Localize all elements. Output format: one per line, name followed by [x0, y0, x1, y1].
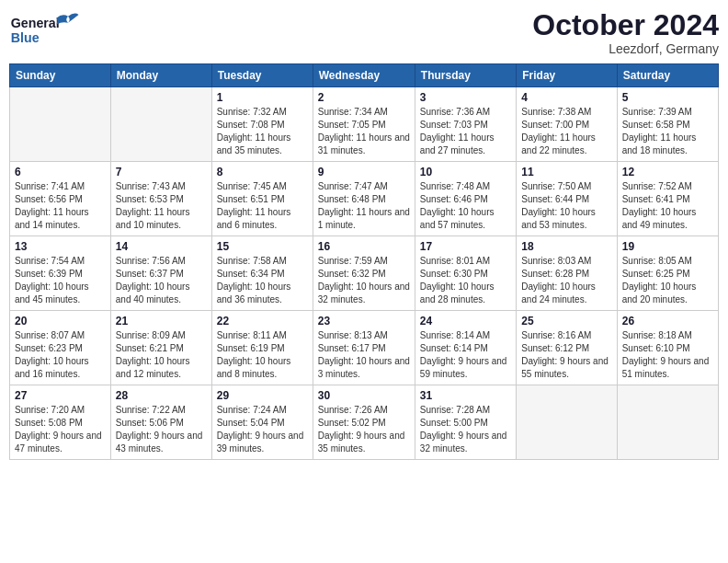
cell-4-4: 31Sunrise: 7:28 AM Sunset: 5:00 PM Dayli… [415, 385, 516, 460]
day-detail-31: Sunrise: 7:28 AM Sunset: 5:00 PM Dayligh… [420, 404, 511, 455]
cell-3-5: 25Sunrise: 8:16 AM Sunset: 6:12 PM Dayli… [517, 311, 617, 385]
day-num-31: 31 [420, 389, 511, 402]
cell-4-2: 29Sunrise: 7:24 AM Sunset: 5:04 PM Dayli… [211, 385, 313, 460]
day-detail-16: Sunrise: 7:59 AM Sunset: 6:32 PM Dayligh… [318, 255, 410, 306]
cell-2-5: 18Sunrise: 8:03 AM Sunset: 6:28 PM Dayli… [517, 236, 617, 311]
svg-text:Blue: Blue [11, 30, 40, 45]
cell-1-5: 11Sunrise: 7:50 AM Sunset: 6:44 PM Dayli… [517, 162, 617, 236]
day-num-9: 9 [318, 166, 410, 178]
header-tuesday: Tuesday [211, 64, 313, 87]
cell-0-5: 4Sunrise: 7:38 AM Sunset: 7:00 PM Daylig… [517, 87, 617, 162]
day-detail-8: Sunrise: 7:45 AM Sunset: 6:51 PM Dayligh… [217, 180, 308, 232]
cell-4-0: 27Sunrise: 7:20 AM Sunset: 5:08 PM Dayli… [10, 385, 111, 460]
week-row-1: 6Sunrise: 7:41 AM Sunset: 6:56 PM Daylig… [10, 162, 719, 236]
day-num-3: 3 [420, 91, 511, 104]
day-detail-9: Sunrise: 7:47 AM Sunset: 6:48 PM Dayligh… [318, 180, 410, 232]
day-num-17: 17 [420, 240, 511, 253]
cell-2-4: 17Sunrise: 8:01 AM Sunset: 6:30 PM Dayli… [415, 236, 516, 311]
svg-text:General: General [11, 16, 60, 30]
calendar-table: Sunday Monday Tuesday Wednesday Thursday… [9, 63, 719, 460]
cell-0-1 [110, 87, 211, 162]
day-detail-6: Sunrise: 7:41 AM Sunset: 6:56 PM Dayligh… [15, 180, 106, 232]
day-num-1: 1 [217, 91, 308, 104]
day-detail-28: Sunrise: 7:22 AM Sunset: 5:06 PM Dayligh… [116, 404, 207, 455]
cell-2-3: 16Sunrise: 7:59 AM Sunset: 6:32 PM Dayli… [313, 236, 415, 311]
cell-1-0: 6Sunrise: 7:41 AM Sunset: 6:56 PM Daylig… [10, 162, 111, 236]
day-detail-19: Sunrise: 8:05 AM Sunset: 6:25 PM Dayligh… [622, 255, 713, 306]
day-detail-24: Sunrise: 8:14 AM Sunset: 6:14 PM Dayligh… [420, 329, 511, 381]
day-num-24: 24 [420, 315, 511, 327]
day-num-26: 26 [622, 315, 713, 327]
day-num-6: 6 [15, 166, 106, 178]
day-num-20: 20 [15, 315, 106, 327]
day-detail-11: Sunrise: 7:50 AM Sunset: 6:44 PM Dayligh… [521, 180, 611, 232]
day-num-10: 10 [420, 166, 511, 178]
day-num-4: 4 [521, 91, 611, 104]
cell-0-2: 1Sunrise: 7:32 AM Sunset: 7:08 PM Daylig… [211, 87, 313, 162]
day-num-23: 23 [318, 315, 410, 327]
day-num-21: 21 [116, 315, 207, 327]
header-wednesday: Wednesday [313, 64, 415, 87]
day-num-18: 18 [521, 240, 611, 253]
cell-3-2: 22Sunrise: 8:11 AM Sunset: 6:19 PM Dayli… [211, 311, 313, 385]
day-detail-22: Sunrise: 8:11 AM Sunset: 6:19 PM Dayligh… [217, 329, 308, 381]
day-detail-10: Sunrise: 7:48 AM Sunset: 6:46 PM Dayligh… [420, 180, 511, 232]
day-detail-23: Sunrise: 8:13 AM Sunset: 6:17 PM Dayligh… [318, 329, 410, 381]
day-detail-17: Sunrise: 8:01 AM Sunset: 6:30 PM Dayligh… [420, 255, 511, 306]
day-num-27: 27 [15, 389, 106, 402]
logo: General Blue [9, 9, 83, 55]
cell-2-2: 15Sunrise: 7:58 AM Sunset: 6:34 PM Dayli… [211, 236, 313, 311]
cell-3-3: 23Sunrise: 8:13 AM Sunset: 6:17 PM Dayli… [313, 311, 415, 385]
title-block: October 2024 Leezdorf, Germany [532, 9, 719, 56]
cell-1-6: 12Sunrise: 7:52 AM Sunset: 6:41 PM Dayli… [617, 162, 718, 236]
day-detail-13: Sunrise: 7:54 AM Sunset: 6:39 PM Dayligh… [15, 255, 106, 306]
day-detail-15: Sunrise: 7:58 AM Sunset: 6:34 PM Dayligh… [217, 255, 308, 306]
header-sunday: Sunday [10, 64, 111, 87]
day-num-8: 8 [217, 166, 308, 178]
day-num-22: 22 [217, 315, 308, 327]
cell-2-6: 19Sunrise: 8:05 AM Sunset: 6:25 PM Dayli… [617, 236, 718, 311]
cell-0-6: 5Sunrise: 7:39 AM Sunset: 6:58 PM Daylig… [617, 87, 718, 162]
week-row-4: 27Sunrise: 7:20 AM Sunset: 5:08 PM Dayli… [10, 385, 719, 460]
weekday-header-row: Sunday Monday Tuesday Wednesday Thursday… [10, 64, 719, 87]
header-monday: Monday [110, 64, 211, 87]
day-detail-26: Sunrise: 8:18 AM Sunset: 6:10 PM Dayligh… [622, 329, 713, 381]
cell-1-1: 7Sunrise: 7:43 AM Sunset: 6:53 PM Daylig… [110, 162, 211, 236]
day-detail-1: Sunrise: 7:32 AM Sunset: 7:08 PM Dayligh… [217, 106, 308, 157]
day-num-29: 29 [217, 389, 308, 402]
day-detail-27: Sunrise: 7:20 AM Sunset: 5:08 PM Dayligh… [15, 404, 106, 455]
header: General Blue October 2024 Leezdorf, Germ… [9, 9, 719, 56]
day-num-14: 14 [116, 240, 207, 253]
day-detail-25: Sunrise: 8:16 AM Sunset: 6:12 PM Dayligh… [521, 329, 611, 381]
day-num-7: 7 [116, 166, 207, 178]
week-row-2: 13Sunrise: 7:54 AM Sunset: 6:39 PM Dayli… [10, 236, 719, 311]
day-detail-12: Sunrise: 7:52 AM Sunset: 6:41 PM Dayligh… [622, 180, 713, 232]
day-num-30: 30 [318, 389, 410, 402]
cell-0-0 [10, 87, 111, 162]
cell-3-1: 21Sunrise: 8:09 AM Sunset: 6:21 PM Dayli… [110, 311, 211, 385]
day-num-5: 5 [622, 91, 713, 104]
day-num-16: 16 [318, 240, 410, 253]
day-num-13: 13 [15, 240, 106, 253]
day-num-19: 19 [622, 240, 713, 253]
cell-2-0: 13Sunrise: 7:54 AM Sunset: 6:39 PM Dayli… [10, 236, 111, 311]
cell-2-1: 14Sunrise: 7:56 AM Sunset: 6:37 PM Dayli… [110, 236, 211, 311]
day-num-25: 25 [521, 315, 611, 327]
cell-4-3: 30Sunrise: 7:26 AM Sunset: 5:02 PM Dayli… [313, 385, 415, 460]
logo-svg: General Blue [9, 9, 83, 55]
day-detail-7: Sunrise: 7:43 AM Sunset: 6:53 PM Dayligh… [116, 180, 207, 232]
day-num-28: 28 [116, 389, 207, 402]
header-saturday: Saturday [617, 64, 718, 87]
day-num-2: 2 [318, 91, 410, 104]
day-detail-18: Sunrise: 8:03 AM Sunset: 6:28 PM Dayligh… [521, 255, 611, 306]
cell-1-2: 8Sunrise: 7:45 AM Sunset: 6:51 PM Daylig… [211, 162, 313, 236]
calendar-body: 1Sunrise: 7:32 AM Sunset: 7:08 PM Daylig… [10, 87, 719, 460]
week-row-3: 20Sunrise: 8:07 AM Sunset: 6:23 PM Dayli… [10, 311, 719, 385]
day-detail-20: Sunrise: 8:07 AM Sunset: 6:23 PM Dayligh… [15, 329, 106, 381]
cell-3-6: 26Sunrise: 8:18 AM Sunset: 6:10 PM Dayli… [617, 311, 718, 385]
day-detail-30: Sunrise: 7:26 AM Sunset: 5:02 PM Dayligh… [318, 404, 410, 455]
header-thursday: Thursday [415, 64, 516, 87]
cell-1-4: 10Sunrise: 7:48 AM Sunset: 6:46 PM Dayli… [415, 162, 516, 236]
day-detail-3: Sunrise: 7:36 AM Sunset: 7:03 PM Dayligh… [420, 106, 511, 157]
day-detail-5: Sunrise: 7:39 AM Sunset: 6:58 PM Dayligh… [622, 106, 713, 157]
